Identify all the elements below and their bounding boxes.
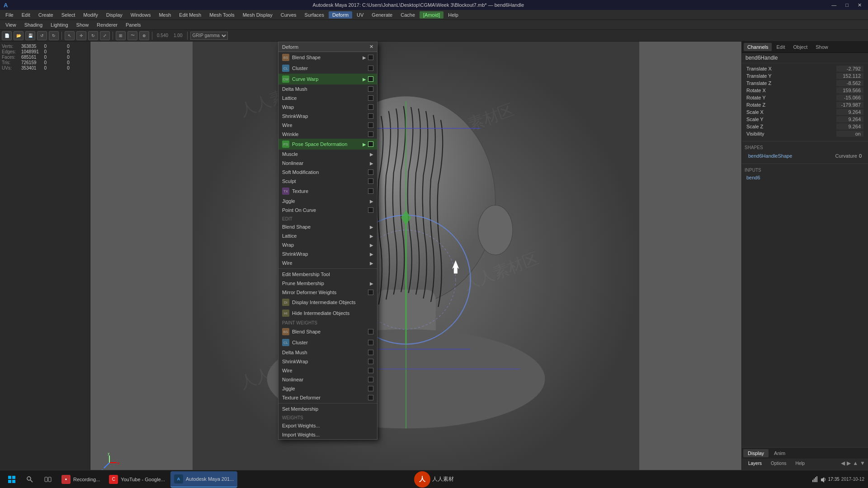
menu-edit-blend-shape[interactable]: Blend Shape ▶	[278, 222, 377, 231]
option-box[interactable]	[368, 113, 373, 119]
close-button[interactable]: ✕	[855, 2, 864, 8]
close-icon[interactable]: ✕	[369, 44, 373, 50]
select-btn[interactable]: ↖	[65, 31, 75, 40]
maximize-button[interactable]: □	[843, 2, 851, 8]
menu-pw-blend-shape[interactable]: BS Blend Shape	[278, 326, 377, 337]
next-arrow[interactable]: ▶	[847, 460, 851, 467]
menu-export-weights[interactable]: Export Weights...	[278, 421, 377, 430]
menu-windows[interactable]: Windows	[127, 11, 155, 19]
tab-channels[interactable]: Channels	[744, 43, 772, 51]
undo-btn[interactable]: ↺	[37, 31, 47, 40]
menu-pw-delta-mush[interactable]: Delta Mush	[278, 348, 377, 357]
option-box[interactable]	[368, 66, 373, 71]
tab-show[interactable]: Show	[812, 43, 832, 51]
option-box[interactable]	[368, 76, 373, 82]
transform-select[interactable]: GRIP gamma	[190, 32, 228, 40]
menu-curve-warp[interactable]: CW Curve Warp ▶	[278, 74, 377, 84]
toolbar-shading[interactable]: Shading	[21, 21, 46, 28]
menu-curves[interactable]: Curves	[277, 11, 300, 19]
toolbar-lighting[interactable]: Lighting	[47, 21, 72, 28]
option-box[interactable]	[368, 350, 373, 355]
menu-nonlinear[interactable]: Nonlinear ▶	[278, 159, 377, 168]
option-box[interactable]	[368, 122, 373, 128]
down-arrow[interactable]: ▼	[860, 460, 865, 467]
option-box[interactable]	[368, 340, 373, 345]
open-btn[interactable]: 📂	[14, 31, 24, 40]
option-box[interactable]	[368, 169, 373, 175]
minimize-button[interactable]: —	[829, 2, 839, 8]
anim-tab[interactable]: Anim	[769, 449, 790, 457]
menu-pw-shrinkwrap[interactable]: ShrinkWrap	[278, 357, 377, 366]
taskbar-recording[interactable]: ● Recording...	[58, 471, 104, 488]
menu-import-weights[interactable]: Import Weights...	[278, 430, 377, 439]
tab-edit[interactable]: Edit	[773, 43, 788, 51]
option-box[interactable]	[368, 207, 373, 213]
menu-lattice[interactable]: Lattice	[278, 94, 377, 103]
prev-arrow[interactable]: ◀	[841, 460, 845, 467]
option-box[interactable]	[368, 86, 373, 92]
menu-pw-jiggle[interactable]: Jiggle	[278, 384, 377, 393]
save-btn[interactable]: 💾	[25, 31, 35, 40]
option-box[interactable]	[368, 55, 373, 60]
snap-grid-btn[interactable]: ⊞	[116, 31, 126, 40]
menu-help[interactable]: Help	[444, 11, 462, 19]
menu-set-membership[interactable]: Set Membership	[278, 404, 377, 413]
scale-btn[interactable]: ⤢	[100, 31, 110, 40]
menu-shrinkwrap[interactable]: ShrinkWrap	[278, 112, 377, 121]
menu-mesh-tools[interactable]: Mesh Tools	[206, 11, 238, 19]
option-box[interactable]	[368, 141, 373, 147]
option-box[interactable]	[368, 368, 373, 373]
menu-wrinkle[interactable]: Wrinkle	[278, 130, 377, 139]
option-box[interactable]	[368, 188, 373, 194]
option-box[interactable]	[368, 95, 373, 101]
menu-mesh[interactable]: Mesh	[155, 11, 175, 19]
menu-surfaces[interactable]: Surfaces	[301, 11, 328, 19]
menu-uv[interactable]: UV	[353, 11, 367, 19]
new-scene-btn[interactable]: 📄	[2, 31, 12, 40]
option-box[interactable]	[368, 377, 373, 382]
menu-texture[interactable]: TX Texture	[278, 186, 377, 197]
menu-sculpt[interactable]: Sculpt	[278, 177, 377, 186]
menu-pw-texture-deformer[interactable]: Texture Deformer	[278, 393, 377, 402]
option-box[interactable]	[368, 359, 373, 364]
menu-amoid[interactable]: [Amoid]	[420, 11, 443, 19]
menu-display-intermediate[interactable]: DI Display Intermediate Objects	[278, 297, 377, 308]
option-box[interactable]	[368, 104, 373, 110]
move-btn[interactable]: ✛	[76, 31, 86, 40]
menu-modify[interactable]: Modify	[80, 11, 101, 19]
options-subtab[interactable]: Options	[767, 460, 790, 467]
menu-create[interactable]: Create	[35, 11, 57, 19]
menu-edit-mesh[interactable]: Edit Mesh	[175, 11, 205, 19]
option-box[interactable]	[368, 329, 373, 334]
menu-pw-wire[interactable]: Wire	[278, 366, 377, 375]
menu-pose-space-deformation[interactable]: PS Pose Space Deformation ▶	[278, 139, 377, 150]
menu-edit-wrap[interactable]: Wrap ▶	[278, 240, 377, 249]
menu-mirror-deformer-weights[interactable]: Mirror Deformer Weights	[278, 288, 377, 297]
toolbar-renderer[interactable]: Renderer	[93, 21, 121, 28]
option-box[interactable]	[368, 290, 373, 295]
menu-edit-lattice[interactable]: Lattice ▶	[278, 231, 377, 240]
start-button[interactable]	[4, 471, 20, 488]
layers-subtab[interactable]: Layers	[745, 460, 765, 467]
search-button[interactable]	[22, 471, 38, 488]
menu-display[interactable]: Display	[103, 11, 126, 19]
window-controls[interactable]: — □ ✕	[829, 2, 864, 8]
menu-cluster[interactable]: CL Cluster	[278, 63, 377, 74]
menu-edit-shrinkwrap[interactable]: ShrinkWrap ▶	[278, 249, 377, 258]
menu-blend-shape[interactable]: BS Blend Shape ▶	[278, 52, 377, 63]
toolbar-view[interactable]: View	[2, 21, 20, 28]
menu-jiggle[interactable]: Jiggle ▶	[278, 197, 377, 206]
menu-file[interactable]: File	[2, 11, 17, 19]
menu-wire[interactable]: Wire	[278, 121, 377, 130]
taskbar-maya[interactable]: A Autodesk Maya 201...	[170, 471, 237, 488]
menu-muscle[interactable]: Muscle ▶	[278, 150, 377, 159]
menu-cache[interactable]: Cache	[397, 11, 419, 19]
menu-edit[interactable]: Edit	[18, 11, 34, 19]
menu-generate[interactable]: Generate	[368, 11, 396, 19]
menu-hide-intermediate[interactable]: HI Hide Intermediate Objects	[278, 308, 377, 319]
rotate-btn[interactable]: ↻	[88, 31, 98, 40]
toolbar-panels[interactable]: Panels	[122, 21, 145, 28]
up-arrow[interactable]: ▲	[853, 460, 858, 467]
option-box[interactable]	[368, 395, 373, 400]
menu-prune-membership[interactable]: Prune Membership ▶	[278, 279, 377, 288]
